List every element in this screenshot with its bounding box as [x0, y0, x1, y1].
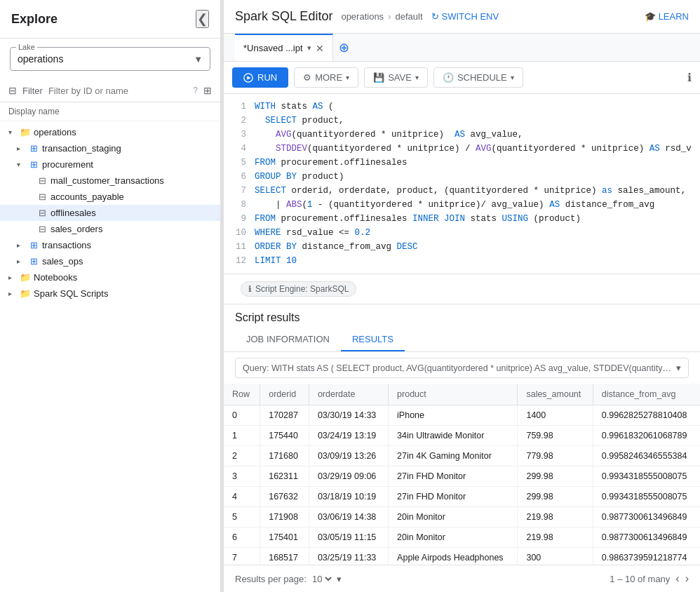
code-line-6: 6GROUP BY product) [224, 170, 700, 184]
code-line-11: 11ORDER BY distance_from_avg DESC [224, 240, 700, 254]
tree-item-label: Spark SQL Scripts [34, 288, 108, 299]
sidebar-header: Explore ❮ [0, 0, 220, 39]
new-tab-button[interactable]: ⊕ [333, 40, 355, 55]
cell-distance_from_avg: 0.9962825278810408 [593, 405, 700, 426]
chevron-right-icon: ▸ [17, 241, 25, 249]
learn-label: LEARN [659, 11, 689, 22]
code-line-4: 4 STDDEV(quantityordered * unitprice) / … [224, 142, 700, 156]
tree-item-sales-ops[interactable]: ▸ ⊞ sales_ops [0, 253, 220, 269]
next-page-button[interactable]: › [685, 572, 689, 585]
sidebar: Explore ❮ Lake operations ▼ ⊟ Filter ? ⊞… [0, 0, 221, 592]
filter-bar: ⊟ Filter ? ⊞ [0, 79, 220, 102]
gear-icon: ⚙ [303, 72, 311, 83]
save-button[interactable]: 💾 SAVE ▾ [364, 67, 428, 88]
tree-item-operations[interactable]: ▾ 📁 operations [0, 124, 220, 140]
cell-orderdate: 03/09/19 13:26 [309, 446, 388, 466]
query-bar[interactable]: Query: WITH stats AS ( SELECT product, A… [235, 358, 689, 378]
per-page-selector[interactable]: Results per page: 10 25 50 ▾ [235, 573, 342, 585]
tree-item-label: accounts_payable [51, 191, 124, 202]
filter-icon: ⊟ [8, 85, 17, 96]
lake-selector[interactable]: Lake operations ▼ [10, 47, 210, 71]
query-bar-text: Query: WITH stats AS ( SELECT product, A… [243, 363, 673, 373]
cell-sales_amount: 759.98 [518, 426, 593, 446]
results-area: Script results JOB INFORMATION RESULTS Q… [224, 304, 700, 592]
code-line-3: 3 AVG(quantityordered * unitprice) AS av… [224, 128, 700, 142]
cell-orderdate: 03/25/19 11:33 [309, 548, 388, 565]
tree-item-offlinesales[interactable]: ▸ ⊟ offlinesales [0, 205, 220, 221]
tree-item-spark-sql-scripts[interactable]: ▸ 📁 Spark SQL Scripts [0, 285, 220, 302]
tab-close-icon[interactable]: ✕ [316, 43, 324, 54]
database-icon: ⊞ [28, 143, 39, 154]
main-content: Spark SQL Editor operations › default ↻ … [224, 0, 700, 592]
per-page-select[interactable]: 10 25 50 [309, 573, 334, 585]
cell-sales_amount: 219.98 [518, 527, 593, 548]
save-label: SAVE [388, 72, 412, 83]
editor-toolbar: RUN ⚙ MORE ▾ 💾 SAVE ▾ 🕐 SCHEDULE ▾ ℹ [224, 62, 700, 94]
cell-product: 20in Monitor [389, 507, 518, 527]
info-button[interactable]: ℹ [687, 71, 692, 84]
cell-product: iPhone [389, 405, 518, 426]
switch-env-label: SWITCH ENV [442, 11, 499, 22]
results-title: Script results [224, 304, 700, 328]
tree-item-label: mall_customer_transactions [51, 175, 164, 186]
cell-orderid: 167632 [260, 487, 309, 507]
breadcrumb-db: default [395, 11, 422, 22]
switch-icon: ↻ [431, 11, 439, 22]
display-name-label: Display name [0, 102, 220, 121]
tree-item-procurement[interactable]: ▾ ⊞ procurement [0, 156, 220, 173]
prev-page-button[interactable]: ‹ [675, 572, 679, 585]
cell-product: 27in FHD Monitor [389, 487, 518, 507]
tree-item-accounts-payable[interactable]: ▸ ⊟ accounts_payable [0, 189, 220, 205]
cell-orderid: 171680 [260, 446, 309, 466]
tree-item-sales-orders[interactable]: ▸ ⊟ sales_orders [0, 221, 220, 237]
more-label: MORE [315, 72, 342, 83]
grid-view-icon[interactable]: ⊞ [203, 85, 212, 96]
results-table-wrap[interactable]: Row orderid orderdate product sales_amou… [224, 384, 700, 565]
code-line-2: 2 SELECT product, [224, 114, 700, 128]
tree-item-transactions[interactable]: ▸ ⊞ transactions [0, 237, 220, 253]
tab-job-information[interactable]: JOB INFORMATION [235, 328, 341, 351]
cell-sales_amount: 299.98 [518, 466, 593, 487]
results-tabs: JOB INFORMATION RESULTS [224, 328, 700, 352]
code-line-9: 9FROM procurement.offlinesales INNER JOI… [224, 212, 700, 226]
cell-orderdate: 03/24/19 13:19 [309, 426, 388, 446]
col-header-orderdate: orderdate [309, 384, 388, 405]
tree-item-transaction-staging[interactable]: ▸ ⊞ transaction_staging [0, 140, 220, 156]
database-icon: ⊞ [28, 240, 39, 250]
schedule-button[interactable]: 🕐 SCHEDULE ▾ [433, 67, 523, 88]
tree-item-label: transactions [42, 240, 91, 250]
cell-row: 3 [224, 466, 260, 487]
cell-sales_amount: 299.98 [518, 487, 593, 507]
query-dropdown-icon[interactable]: ▾ [676, 363, 681, 373]
cell-row: 1 [224, 426, 260, 446]
filter-help-icon[interactable]: ? [193, 86, 198, 95]
folder-icon: 📁 [20, 288, 31, 299]
tree-item-mall-customer-transactions[interactable]: ▸ ⊟ mall_customer_transactions [0, 173, 220, 189]
folder-icon: 📁 [20, 272, 31, 283]
learn-button[interactable]: 🎓 LEARN [645, 11, 689, 22]
breadcrumb-env: operations [341, 11, 384, 22]
table-icon: ⊟ [36, 208, 48, 218]
filter-input[interactable] [48, 86, 187, 96]
editor-tab-unsaved[interactable]: *Unsaved ...ipt ▾ ✕ [235, 34, 333, 61]
run-icon [243, 73, 253, 83]
code-line-12: 12LIMIT 10 [224, 254, 700, 268]
results-table: Row orderid orderdate product sales_amou… [224, 384, 700, 565]
more-button[interactable]: ⚙ MORE ▾ [294, 67, 358, 88]
pagination-bar: Results per page: 10 25 50 ▾ 1 – 10 of m… [224, 565, 700, 592]
cell-row: 2 [224, 446, 260, 466]
tree-item-label: transaction_staging [42, 143, 121, 154]
run-button[interactable]: RUN [232, 67, 288, 88]
chevron-down-icon: ▼ [194, 54, 203, 65]
col-header-distance-from-avg: distance_from_avg [593, 384, 700, 405]
cell-distance_from_avg: 0.9961832061068789 [593, 426, 700, 446]
sidebar-title: Explore [11, 12, 58, 27]
code-line-10: 10WHERE rsd_value <= 0.2 [224, 226, 700, 240]
tab-results[interactable]: RESULTS [341, 328, 405, 351]
breadcrumb-separator: › [388, 11, 391, 22]
switch-env-button[interactable]: ↻ SWITCH ENV [431, 11, 499, 22]
sidebar-collapse-button[interactable]: ❮ [196, 10, 209, 28]
tree-item-notebooks[interactable]: ▸ 📁 Notebooks [0, 269, 220, 285]
code-line-5: 5FROM procurement.offlinesales [224, 156, 700, 170]
code-editor[interactable]: 1WITH stats AS ( 2 SELECT product, 3 AVG… [224, 94, 700, 274]
